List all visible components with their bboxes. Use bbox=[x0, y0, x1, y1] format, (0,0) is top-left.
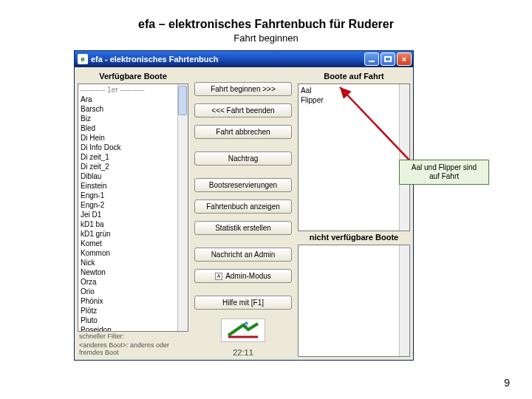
list-item[interactable]: Aal bbox=[301, 86, 397, 95]
titlebar[interactable]: e efa - elektronisches Fahrtenbuch × bbox=[75, 51, 413, 67]
nachtrag-button[interactable]: Nachtrag bbox=[194, 151, 292, 166]
list-item[interactable]: Komet bbox=[81, 239, 175, 248]
available-boats-header: Verfügbare Boote bbox=[78, 70, 188, 83]
available-boats-list[interactable]: ---------- 1er ---------- AraBarschBizBl… bbox=[78, 83, 188, 332]
filter-label: schneller Filter: bbox=[78, 332, 188, 341]
scrollbar[interactable] bbox=[177, 84, 188, 331]
list-item[interactable]: Nick bbox=[81, 258, 175, 267]
middle-column: Fahrt beginnen >>> <<< Fahrt beenden Fah… bbox=[191, 70, 295, 357]
slide-subtitle: Fahrt beginnen bbox=[0, 33, 532, 44]
app-window: e efa - elektronisches Fahrtenbuch × Ver… bbox=[74, 50, 414, 361]
clock-display: 22:11 bbox=[191, 348, 295, 357]
statistics-button[interactable]: Statistik erstellen bbox=[194, 221, 292, 235]
admin-icon: A bbox=[215, 273, 222, 280]
list-item[interactable]: Di zeit_2 bbox=[81, 162, 175, 171]
begin-trip-button[interactable]: Fahrt beginnen >>> bbox=[194, 82, 292, 96]
abort-trip-button[interactable]: Fahrt abbrechen bbox=[194, 125, 292, 139]
callout-box: Aal und Flipper sind auf Fahrt bbox=[399, 160, 489, 185]
left-column: Verfügbare Boote ---------- 1er --------… bbox=[78, 70, 188, 357]
list-item[interactable]: kD1 grün bbox=[81, 229, 175, 239]
page-number: 9 bbox=[504, 377, 510, 389]
list-item[interactable]: Kommon bbox=[81, 248, 175, 258]
unavailable-boats-list[interactable] bbox=[298, 245, 410, 357]
maximize-button[interactable] bbox=[381, 52, 395, 66]
boats-on-trip-header: Boote auf Fahrt bbox=[298, 70, 410, 83]
list-item[interactable]: Diblau bbox=[81, 171, 175, 181]
list-item[interactable]: Di Hein bbox=[81, 133, 175, 143]
client-area: Verfügbare Boote ---------- 1er --------… bbox=[75, 67, 413, 360]
list-item[interactable]: Poseidon bbox=[81, 325, 175, 332]
list-item[interactable]: Phönix bbox=[81, 296, 175, 306]
list-item[interactable]: Einstein bbox=[81, 181, 175, 191]
app-icon: e bbox=[78, 54, 88, 64]
other-boat-hint: <anderes Boot>: anderes oder fremdes Boo… bbox=[78, 341, 188, 357]
scrollbar[interactable] bbox=[399, 84, 409, 231]
minimize-button[interactable] bbox=[364, 52, 379, 66]
list-item[interactable]: Orza bbox=[81, 277, 175, 287]
unavailable-boats-header: nicht verfügbare Boote bbox=[298, 231, 410, 245]
list-item[interactable]: Bled bbox=[81, 123, 175, 133]
list-item[interactable]: Biz bbox=[81, 114, 175, 123]
list-item[interactable]: kD1 ba bbox=[81, 219, 175, 229]
list-item[interactable]: Di zeit_1 bbox=[81, 152, 175, 162]
list-item[interactable]: Barsch bbox=[81, 104, 175, 114]
right-column: Boote auf Fahrt AalFlipper nicht verfügb… bbox=[298, 70, 410, 357]
close-button[interactable]: × bbox=[397, 52, 412, 66]
list-item[interactable]: Di Info Dock bbox=[81, 143, 175, 152]
callout-line1: Aal und Flipper sind bbox=[403, 163, 485, 172]
reservations-button[interactable]: Bootsreservierungen bbox=[194, 178, 292, 192]
admin-mode-label: Admin-Modus bbox=[225, 272, 271, 280]
slide-title: efa – elektronisches Fahrtenbuch für Rud… bbox=[0, 18, 532, 31]
end-trip-button[interactable]: <<< Fahrt beenden bbox=[194, 103, 292, 117]
admin-mode-button[interactable]: A Admin-Modus bbox=[194, 269, 292, 283]
list-item[interactable]: Newton bbox=[81, 267, 175, 277]
list-item[interactable]: Ara bbox=[81, 95, 175, 104]
window-controls: × bbox=[364, 52, 412, 66]
scrollbar[interactable] bbox=[399, 245, 409, 356]
window-title: efa - elektronisches Fahrtenbuch bbox=[91, 55, 218, 64]
boats-on-trip-list[interactable]: AalFlipper bbox=[298, 83, 410, 231]
list-item[interactable]: Engn-2 bbox=[81, 200, 175, 210]
list-item[interactable]: Orio bbox=[81, 287, 175, 296]
efa-logo: e bbox=[221, 318, 265, 342]
message-admin-button[interactable]: Nachricht an Admin bbox=[194, 248, 292, 262]
svg-text:e: e bbox=[244, 320, 248, 328]
scrollbar-thumb[interactable] bbox=[178, 86, 187, 115]
list-item[interactable]: Flipper bbox=[301, 95, 397, 105]
callout-line2: auf Fahrt bbox=[403, 172, 485, 181]
list-item[interactable]: Jei D1 bbox=[81, 210, 175, 219]
list-item[interactable]: Engn-1 bbox=[81, 191, 175, 200]
list-item[interactable]: Pluto bbox=[81, 316, 175, 325]
list-item[interactable]: Plötz bbox=[81, 306, 175, 316]
list-section-header: ---------- 1er ---------- bbox=[81, 85, 175, 95]
help-button[interactable]: Hilfe mit [F1] bbox=[194, 296, 292, 310]
show-logbook-button[interactable]: Fahrtenbuch anzeigen bbox=[194, 200, 292, 214]
